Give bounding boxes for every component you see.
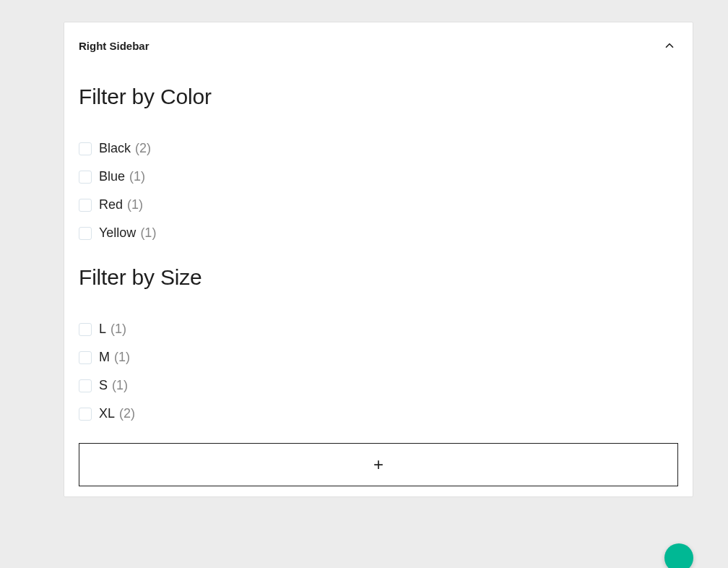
filter-item[interactable]: M (1) [79,350,678,365]
filter-item-label: L [99,322,106,337]
filter-item-label: Red [99,197,123,212]
filter-item-count: (1) [110,322,126,337]
sidebar-panel: Right Sidebar Filter by Color Black (2) … [64,22,693,497]
filter-item-count: (2) [119,406,135,421]
checkbox-icon[interactable] [79,171,92,184]
filter-size-list: L (1) M (1) S (1) XL (2) [79,322,678,421]
floating-action-button[interactable] [664,543,693,568]
panel-title: Right Sidebar [79,40,150,52]
panel-header[interactable]: Right Sidebar [64,22,693,63]
filter-by-size-section: Filter by Size L (1) M (1) S (1) [79,265,678,421]
filter-item-label: Black [99,141,131,156]
filter-color-heading: Filter by Color [79,85,678,109]
checkbox-icon[interactable] [79,199,92,212]
add-block-button[interactable]: + [79,443,678,486]
filter-item[interactable]: Blue (1) [79,169,678,184]
filter-item-count: (1) [127,197,143,212]
filter-item-count: (1) [114,350,130,365]
filter-item[interactable]: XL (2) [79,406,678,421]
filter-color-list: Black (2) Blue (1) Red (1) Yellow (1) [79,141,678,241]
filter-item[interactable]: Yellow (1) [79,225,678,241]
checkbox-icon[interactable] [79,351,92,364]
filter-item[interactable]: S (1) [79,378,678,393]
checkbox-icon[interactable] [79,227,92,240]
chevron-up-icon[interactable] [661,37,678,54]
checkbox-icon[interactable] [79,408,92,421]
filter-item-label: S [99,378,108,393]
filter-by-color-section: Filter by Color Black (2) Blue (1) Red (… [79,85,678,241]
checkbox-icon[interactable] [79,323,92,336]
filter-item-count: (1) [129,169,145,184]
checkbox-icon[interactable] [79,142,92,155]
filter-item-label: XL [99,406,115,421]
filter-item-label: M [99,350,110,365]
filter-item-label: Blue [99,169,125,184]
filter-item-label: Yellow [99,225,136,241]
filter-size-heading: Filter by Size [79,265,678,290]
filter-item-count: (2) [135,141,151,156]
filter-item[interactable]: Red (1) [79,197,678,212]
filter-item[interactable]: Black (2) [79,141,678,156]
filter-item-count: (1) [140,225,156,241]
checkbox-icon[interactable] [79,379,92,392]
panel-body: Filter by Color Black (2) Blue (1) Red (… [64,63,693,496]
plus-icon: + [373,455,384,475]
filter-item-count: (1) [112,378,128,393]
filter-item[interactable]: L (1) [79,322,678,337]
